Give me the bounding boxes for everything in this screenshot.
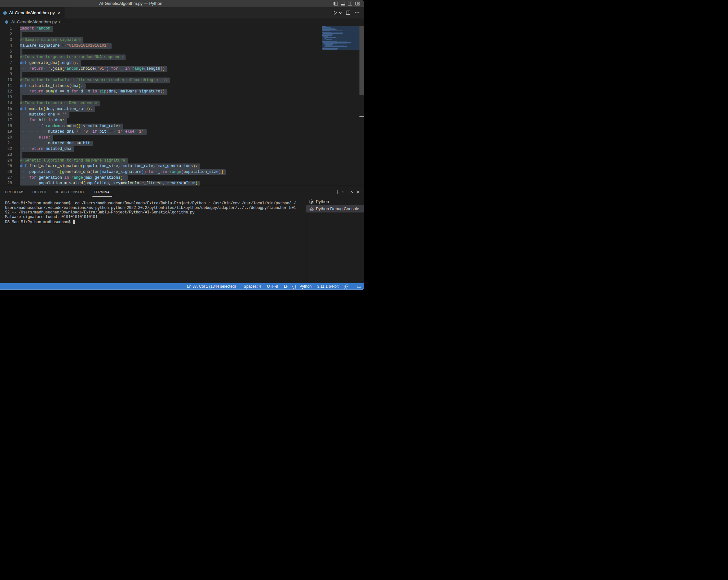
svg-text:$: $ [312,202,313,203]
